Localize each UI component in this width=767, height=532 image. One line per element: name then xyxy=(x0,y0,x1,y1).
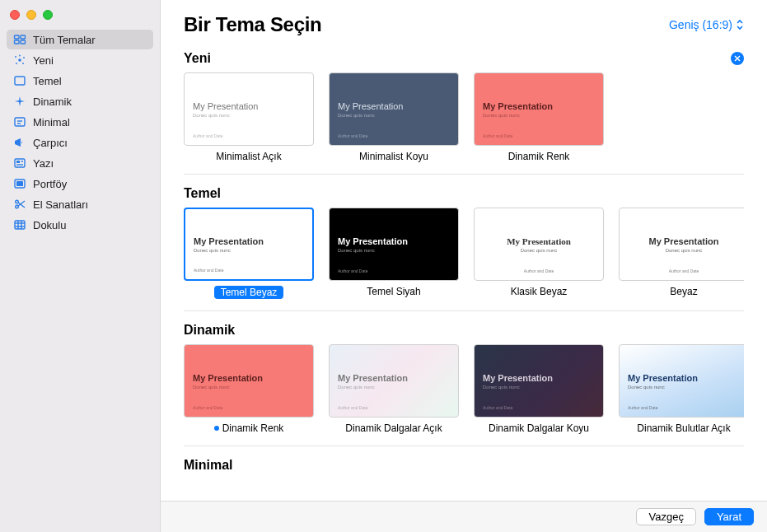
thumb-author: Author and Date xyxy=(338,133,367,138)
sidebar-item-temel[interactable]: Temel xyxy=(7,71,153,91)
square-icon xyxy=(13,74,26,87)
theme-minimalist-açık[interactable]: My Presentation Donec quis nunc Author a… xyxy=(184,72,314,162)
dismiss-section-button[interactable] xyxy=(731,52,744,65)
svg-rect-15 xyxy=(16,161,20,163)
megaphone-icon xyxy=(13,136,26,149)
scissors-icon xyxy=(13,198,26,211)
section-title: Minimal xyxy=(184,458,233,473)
thumb-subtitle: Donec quis nunc xyxy=(483,248,595,253)
new-marker-icon xyxy=(214,426,219,431)
theme-scroll-area[interactable]: Yeni My Presentation Donec quis nunc Aut… xyxy=(161,43,767,501)
sidebar-item-label: Portföy xyxy=(33,178,67,190)
thumb-subtitle: Donec quis nunc xyxy=(193,113,305,118)
sidebar-item-dokulu[interactable]: Dokulu xyxy=(7,215,153,235)
section-yeni: Yeni My Presentation Donec quis nunc Aut… xyxy=(184,51,744,175)
sidebar-item-minimal[interactable]: Minimal xyxy=(7,112,153,132)
main-pane: Bir Tema Seçin Geniş (16:9) Yeni My Pres… xyxy=(161,0,767,532)
thumb-title: My Presentation xyxy=(628,236,740,246)
sidebar-item-portföy[interactable]: Portföy xyxy=(7,174,153,194)
thumb-subtitle: Donec quis nunc xyxy=(483,385,595,390)
thumb-author: Author and Date xyxy=(338,405,367,410)
svg-rect-19 xyxy=(16,181,23,186)
thumb-title: My Presentation xyxy=(483,236,595,246)
theme-beyaz[interactable]: My Presentation Donec quis nunc Author a… xyxy=(619,208,744,299)
thumb-subtitle: Donec quis nunc xyxy=(338,113,450,118)
sidebar-item-yeni[interactable]: Yeni xyxy=(7,50,153,70)
svg-point-6 xyxy=(23,57,25,58)
svg-rect-10 xyxy=(15,77,25,85)
theme-dinamik-renk[interactable]: My Presentation Donec quis nunc Author a… xyxy=(474,72,604,162)
thumb-author: Author and Date xyxy=(193,133,222,138)
thumb-subtitle: Donec quis nunc xyxy=(338,385,450,390)
svg-rect-1 xyxy=(21,35,26,39)
theme-label: Beyaz xyxy=(670,286,697,297)
thumb-title: My Presentation xyxy=(338,101,450,111)
editorial-icon xyxy=(13,156,26,170)
text-icon xyxy=(13,115,26,128)
zoom-window-button[interactable] xyxy=(43,10,53,20)
svg-point-20 xyxy=(16,200,19,203)
theme-thumbnail: My Presentation Donec quis nunc Author a… xyxy=(184,344,314,418)
svg-rect-24 xyxy=(15,221,25,229)
sidebar-item-label: Dokulu xyxy=(33,219,66,231)
create-button[interactable]: Yarat xyxy=(704,508,754,525)
page-title: Bir Tema Seçin xyxy=(184,13,321,36)
theme-label: Minimalist Koyu xyxy=(359,151,428,162)
thumb-author: Author and Date xyxy=(628,405,657,410)
sidebar-item-yazı[interactable]: Yazı xyxy=(7,153,153,173)
theme-label: Dinamik Renk xyxy=(214,422,284,434)
theme-thumbnail: My Presentation Donec quis nunc Author a… xyxy=(184,72,314,146)
theme-dinamik-dalgalar-koyu[interactable]: My Presentation Donec quis nunc Author a… xyxy=(474,344,604,434)
sidebar-item-label: El Sanatları xyxy=(33,198,88,211)
theme-thumbnail: My Presentation Donec quis nunc Author a… xyxy=(184,208,314,281)
sidebar-item-label: Temel xyxy=(33,75,62,87)
theme-label: Dinamik Dalgalar Açık xyxy=(345,422,442,434)
sidebar: Tüm TemalarYeniTemelDinamikMinimalÇarpıc… xyxy=(0,0,161,532)
thumb-title: My Presentation xyxy=(483,101,595,111)
window-controls xyxy=(0,0,160,26)
sidebar-item-çarpıcı[interactable]: Çarpıcı xyxy=(7,133,153,152)
svg-point-4 xyxy=(18,58,21,62)
portfolio-icon xyxy=(13,177,26,190)
theme-klasik-beyaz[interactable]: My Presentation Donec quis nunc Author a… xyxy=(474,208,604,299)
thumb-author: Author and Date xyxy=(483,405,512,410)
cancel-button[interactable]: Vazgeç xyxy=(636,508,695,525)
thumb-title: My Presentation xyxy=(338,236,450,246)
sparkle-icon xyxy=(13,54,26,67)
svg-point-7 xyxy=(16,63,17,64)
section-title: Yeni xyxy=(184,51,211,66)
section-temel: Temel My Presentation Donec quis nunc Au… xyxy=(184,186,744,311)
minimize-window-button[interactable] xyxy=(26,10,36,20)
theme-temel-siyah[interactable]: My Presentation Donec quis nunc Author a… xyxy=(329,208,459,299)
divider xyxy=(184,446,744,446)
thumb-author: Author and Date xyxy=(194,268,223,273)
aspect-ratio-dropdown[interactable]: Geniş (16:9) xyxy=(669,18,744,31)
sidebar-item-label: Çarpıcı xyxy=(33,137,68,149)
divider xyxy=(184,174,744,175)
theme-thumbnail: My Presentation Donec quis nunc Author a… xyxy=(329,208,459,281)
thumb-author: Author and Date xyxy=(475,268,603,273)
svg-rect-0 xyxy=(15,35,20,39)
theme-dinamik-renk[interactable]: My Presentation Donec quis nunc Author a… xyxy=(184,344,314,434)
close-window-button[interactable] xyxy=(10,10,20,20)
thumb-title: My Presentation xyxy=(628,373,740,383)
sidebar-item-dinamik[interactable]: Dinamik xyxy=(7,91,153,111)
theme-dinamik-bulutlar-açık[interactable]: My Presentation Donec quis nunc Author a… xyxy=(619,344,744,434)
theme-thumbnail: My Presentation Donec quis nunc Author a… xyxy=(329,72,459,146)
theme-minimalist-koyu[interactable]: My Presentation Donec quis nunc Author a… xyxy=(329,72,459,162)
texture-icon xyxy=(13,218,26,231)
sidebar-item-tüm-temalar[interactable]: Tüm Temalar xyxy=(7,30,153,49)
svg-rect-11 xyxy=(15,118,25,126)
svg-point-21 xyxy=(16,205,19,208)
theme-label: Dinamik Bulutlar Açık xyxy=(637,422,730,434)
theme-dinamik-dalgalar-açık[interactable]: My Presentation Donec quis nunc Author a… xyxy=(329,344,459,434)
theme-temel-beyaz[interactable]: My Presentation Donec quis nunc Author a… xyxy=(184,208,314,299)
thumb-subtitle: Donec quis nunc xyxy=(628,385,740,390)
thumb-title: My Presentation xyxy=(338,373,450,383)
sparkle4-icon xyxy=(13,95,26,108)
theme-thumbnail: My Presentation Donec quis nunc Author a… xyxy=(474,208,604,281)
theme-thumbnail: My Presentation Donec quis nunc Author a… xyxy=(329,344,459,418)
svg-point-8 xyxy=(22,63,24,64)
sidebar-item-el-sanatları[interactable]: El Sanatları xyxy=(7,194,153,214)
sidebar-item-label: Dinamik xyxy=(33,96,72,108)
